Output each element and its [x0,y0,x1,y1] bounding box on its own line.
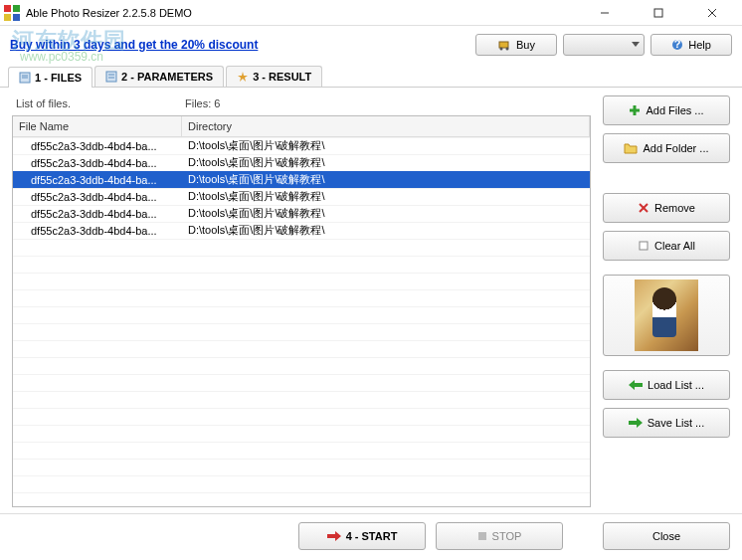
help-label: Help [688,39,711,51]
stop-label: STOP [492,530,522,542]
header-filename[interactable]: File Name [13,116,182,136]
close-button[interactable]: Close [603,522,730,550]
plus-icon [629,104,641,116]
svg-marker-20 [238,72,248,82]
arrow-right-red-icon [327,531,341,541]
clear-icon [638,240,649,252]
list-label: List of files. [16,97,185,109]
promo-link[interactable]: Buy within 3 days and get the 20% discou… [10,38,258,52]
table-body[interactable]: df55c2a3-3ddb-4bd4-ba...D:\tools\桌面\图片\破… [13,137,590,495]
titlebar: Able Photo Resizer 2.2.5.8 DEMO [0,0,742,26]
close-window-button[interactable] [692,3,732,23]
cell-directory: D:\tools\桌面\图片\破解教程\ [182,223,590,238]
start-button[interactable]: 4 - START [298,522,426,550]
add-folder-button[interactable]: Add Folder ... [603,133,730,163]
bottom-bar: 4 - START STOP Close [0,513,742,558]
parameters-icon [105,71,117,83]
table-row[interactable]: df55c2a3-3ddb-4bd4-ba...D:\tools\桌面\图片\破… [13,205,590,222]
svg-rect-30 [478,532,486,540]
result-icon [237,71,249,83]
stop-button[interactable]: STOP [436,522,563,550]
cell-filename: df55c2a3-3ddb-4bd4-ba... [13,208,182,220]
chevron-down-icon [632,42,640,48]
cell-directory: D:\tools\桌面\图片\破解教程\ [182,206,590,221]
load-list-button[interactable]: Load List ... [603,370,730,400]
add-files-button[interactable]: Add Files ... [603,95,730,125]
svg-marker-11 [632,42,640,47]
files-icon [19,72,31,84]
table-row[interactable]: df55c2a3-3ddb-4bd4-ba...D:\tools\桌面\图片\破… [13,171,590,188]
svg-rect-3 [13,14,20,21]
clear-all-button[interactable]: Clear All [603,231,730,261]
tab-parameters[interactable]: 2 - PARAMETERS [94,66,224,87]
cell-filename: df55c2a3-3ddb-4bd4-ba... [13,174,182,186]
svg-rect-2 [4,14,11,21]
window-title: Able Photo Resizer 2.2.5.8 DEMO [26,7,585,19]
header-directory[interactable]: Directory [182,116,590,136]
preview-thumbnail [635,280,698,351]
load-list-label: Load List ... [648,379,704,391]
cell-filename: df55c2a3-3ddb-4bd4-ba... [13,191,182,203]
table-row[interactable]: df55c2a3-3ddb-4bd4-ba...D:\tools\桌面\图片\破… [13,188,590,205]
file-table[interactable]: File Name Directory df55c2a3-3ddb-4bd4-b… [12,115,591,507]
cell-filename: df55c2a3-3ddb-4bd4-ba... [13,225,182,237]
start-label: 4 - START [346,530,398,542]
svg-point-10 [506,48,509,51]
minimize-button[interactable] [585,3,625,23]
tab-parameters-label: 2 - PARAMETERS [121,71,213,83]
svg-rect-8 [499,42,508,48]
svg-point-9 [500,48,503,51]
app-icon [4,5,20,21]
svg-text:?: ? [674,39,681,50]
add-folder-label: Add Folder ... [643,142,708,154]
arrow-right-icon [629,418,643,428]
cell-directory: D:\tools\桌面\图片\破解教程\ [182,189,590,204]
cell-filename: df55c2a3-3ddb-4bd4-ba... [13,140,182,152]
file-count: Files: 6 [185,97,220,109]
x-icon [638,202,649,214]
svg-rect-1 [13,5,20,12]
image-preview [603,275,730,356]
cell-directory: D:\tools\桌面\图片\破解教程\ [182,155,590,170]
tab-bar: 1 - FILES 2 - PARAMETERS 3 - RESULT [0,64,742,88]
tab-files[interactable]: 1 - FILES [8,67,93,88]
help-icon: ? [671,39,683,51]
save-list-button[interactable]: Save List ... [603,408,730,438]
svg-rect-17 [106,72,116,82]
table-row[interactable]: df55c2a3-3ddb-4bd4-ba...D:\tools\桌面\图片\破… [13,137,590,154]
svg-marker-27 [629,380,643,390]
cell-directory: D:\tools\桌面\图片\破解教程\ [182,138,590,153]
arrow-left-icon [629,380,643,390]
maximize-button[interactable] [639,3,678,23]
table-header: File Name Directory [13,116,590,137]
svg-rect-0 [4,5,11,12]
svg-rect-5 [654,9,662,17]
stop-icon [477,531,487,541]
cart-icon [497,39,511,51]
close-label: Close [652,530,680,542]
svg-marker-29 [327,531,341,541]
tab-result[interactable]: 3 - RESULT [226,66,322,87]
tab-result-label: 3 - RESULT [253,71,311,83]
content-area: List of files. Files: 6 File Name Direct… [0,88,742,515]
file-list-panel: List of files. Files: 6 File Name Direct… [12,95,591,507]
svg-marker-28 [629,418,643,428]
language-dropdown[interactable] [563,34,645,56]
toolbar: Buy within 3 days and get the 20% discou… [0,26,742,64]
add-files-label: Add Files ... [646,104,703,116]
help-button[interactable]: ? Help [650,34,732,56]
cell-directory: D:\tools\桌面\图片\破解教程\ [182,172,590,187]
folder-icon [624,142,638,154]
buy-button[interactable]: Buy [475,34,557,56]
svg-rect-26 [640,242,648,250]
clear-all-label: Clear All [654,240,695,252]
tab-files-label: 1 - FILES [35,72,82,84]
remove-label: Remove [654,202,695,214]
table-row[interactable]: df55c2a3-3ddb-4bd4-ba...D:\tools\桌面\图片\破… [13,154,590,171]
cell-filename: df55c2a3-3ddb-4bd4-ba... [13,157,182,169]
table-row[interactable]: df55c2a3-3ddb-4bd4-ba...D:\tools\桌面\图片\破… [13,222,590,239]
buy-label: Buy [516,39,535,51]
save-list-label: Save List ... [648,417,704,429]
remove-button[interactable]: Remove [603,193,730,223]
side-panel: Add Files ... Add Folder ... Remove Clea… [603,95,730,507]
